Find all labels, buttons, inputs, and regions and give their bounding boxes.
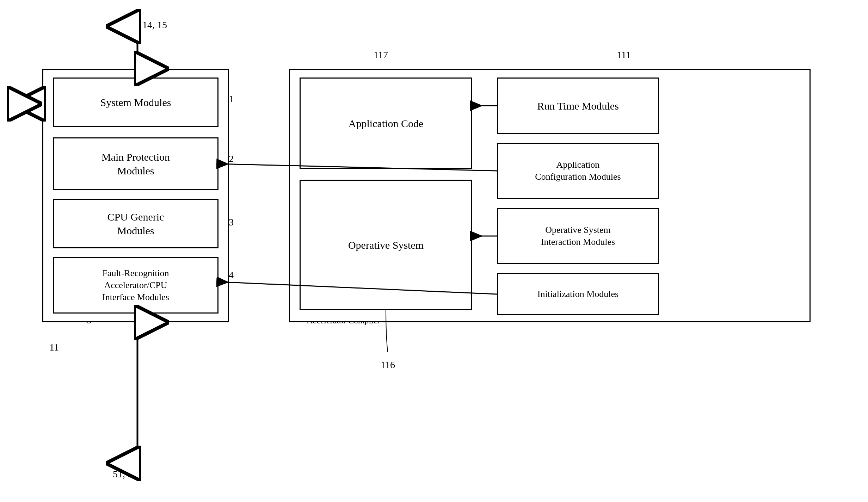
main-protection-box: Main Protection Modules xyxy=(53,137,218,190)
label-116: 116 xyxy=(381,359,395,371)
operative-interaction-box: Operative System Interaction Modules xyxy=(497,208,659,264)
label-11: 11 xyxy=(49,342,59,353)
label-117: 117 xyxy=(374,49,388,61)
run-time-box: Run Time Modules xyxy=(497,78,659,134)
diagram: 12, 13, 14, 15 Fault-Recognition Acceler… xyxy=(0,0,868,502)
app-config-box: Application Configuration Modules xyxy=(497,143,659,199)
system-modules-box: System Modules xyxy=(53,78,218,127)
initialization-box: Initialization Modules xyxy=(497,273,659,315)
label-top-numbers: 12, 13, 14, 15 xyxy=(113,19,167,31)
label-70: 70 xyxy=(18,95,27,106)
cpu-generic-box: CPU Generic Modules xyxy=(53,199,218,248)
operative-system-box: Operative System xyxy=(300,180,472,310)
fault-interface-box: Fault-Recognition Accelerator/CPU Interf… xyxy=(53,257,218,314)
label-bottom-numbers: 51, 53 xyxy=(113,469,137,480)
label-111: 111 xyxy=(617,49,631,61)
application-code-box: Application Code xyxy=(300,78,472,169)
